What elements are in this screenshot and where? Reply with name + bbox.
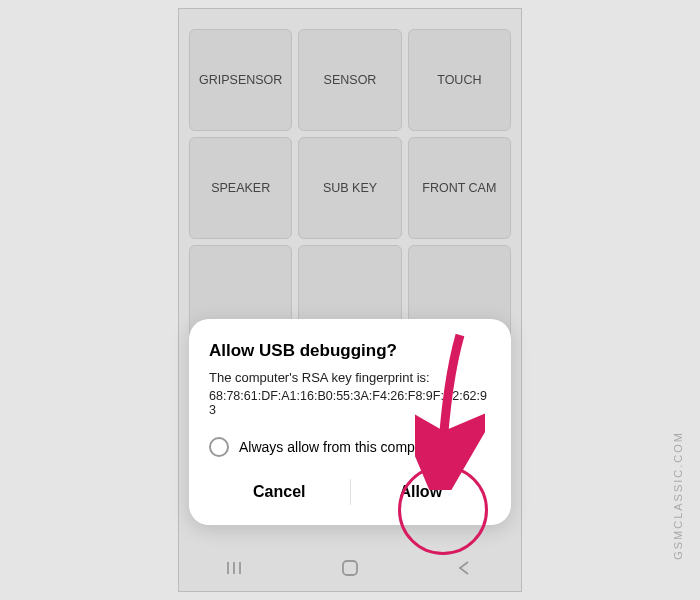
grid-btn-frontcam[interactable]: FRONT CAM (408, 137, 511, 239)
phone-frame: GRIPSENSOR SENSOR TOUCH SPEAKER SUB KEY … (178, 8, 522, 592)
checkbox-label: Always allow from this computer (239, 439, 439, 455)
recents-icon[interactable] (225, 557, 247, 579)
grid-btn-speaker[interactable]: SPEAKER (189, 137, 292, 239)
dialog-body: The computer's RSA key fingerprint is: (209, 369, 491, 387)
grid-btn-touch[interactable]: TOUCH (408, 29, 511, 131)
back-icon[interactable] (453, 557, 475, 579)
cancel-button[interactable]: Cancel (209, 471, 350, 513)
checkbox-icon[interactable] (209, 437, 229, 457)
grid-btn-sensor[interactable]: SENSOR (298, 29, 401, 131)
navigation-bar (179, 551, 521, 585)
grid-btn-gripsensor[interactable]: GRIPSENSOR (189, 29, 292, 131)
home-icon[interactable] (339, 557, 361, 579)
rsa-fingerprint: 68:78:61:DF:A1:16:B0:55:3A:F4:26:F8:9F:B… (209, 389, 491, 417)
allow-button[interactable]: Allow (351, 471, 492, 513)
grid-btn-subkey[interactable]: SUB KEY (298, 137, 401, 239)
usb-debugging-dialog: Allow USB debugging? The computer's RSA … (189, 319, 511, 525)
always-allow-row[interactable]: Always allow from this computer (209, 437, 491, 457)
test-menu-grid: GRIPSENSOR SENSOR TOUCH SPEAKER SUB KEY … (189, 29, 511, 347)
dialog-title: Allow USB debugging? (209, 341, 491, 361)
svg-rect-0 (343, 561, 357, 575)
watermark: GSMCLASSIC.COM (672, 431, 684, 560)
dialog-actions: Cancel Allow (209, 471, 491, 513)
